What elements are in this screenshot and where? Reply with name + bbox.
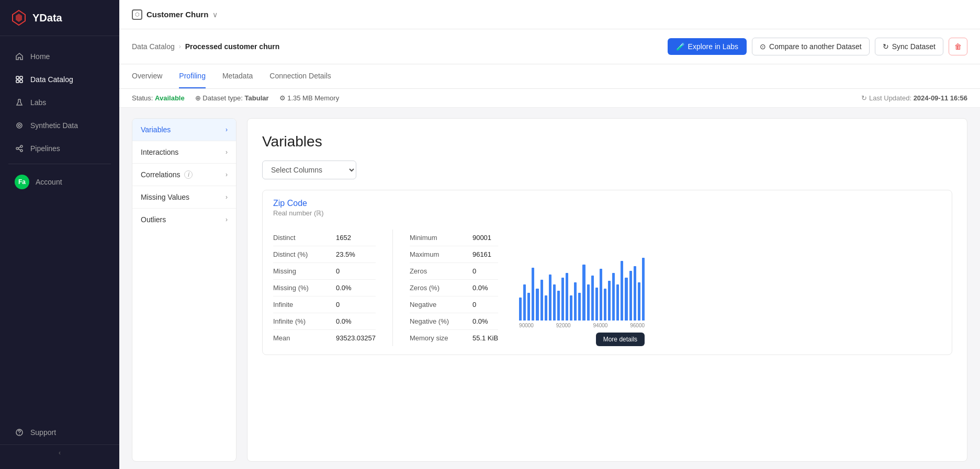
panel-item-outliers[interactable]: Outliers ›: [132, 209, 236, 231]
last-updated-text: ↻ Last Updated: 2024-09-11 16:56: [861, 94, 967, 102]
data-catalog-icon: [15, 75, 24, 84]
chevron-right-icon-outliers: ›: [226, 216, 228, 223]
tab-metadata[interactable]: Metadata: [222, 64, 253, 88]
stat-row: Distinct (%)23.5%: [273, 246, 376, 263]
variable-card-zip-code: Zip Code Real number (ℝ) Distinct1652Dis…: [262, 190, 952, 355]
header-actions: 🧪 Explore in Labs ⊙ Compare to another D…: [668, 38, 967, 55]
sidebar: YData Home Data Catalog Labs Synthetic D…: [0, 0, 119, 469]
stat-value: 55.1 KiB: [472, 334, 498, 342]
tab-overview[interactable]: Overview: [132, 64, 162, 88]
bar: [634, 266, 636, 321]
svg-point-11: [20, 150, 22, 152]
synthetic-data-icon: [15, 121, 24, 130]
stat-value: 0: [336, 267, 340, 275]
stat-label: Infinite: [273, 301, 336, 308]
svg-rect-5: [20, 80, 22, 83]
svg-point-9: [16, 147, 18, 150]
bar: [532, 268, 534, 321]
stat-label: Missing (%): [273, 284, 336, 292]
svg-point-15: [19, 434, 20, 435]
more-details-button[interactable]: More details: [596, 333, 645, 346]
stat-label: Negative (%): [410, 317, 472, 325]
status-available-badge: Available: [155, 94, 185, 102]
topbar-chevron-icon[interactable]: ∨: [212, 10, 218, 19]
explore-in-labs-button[interactable]: 🧪 Explore in Labs: [668, 38, 747, 55]
panel-item-interactions[interactable]: Interactions ›: [132, 141, 236, 164]
sidebar-item-account[interactable]: Fa Account: [4, 168, 115, 196]
chart-labels: 90000920009400096000: [519, 323, 645, 328]
breadcrumb-link[interactable]: Data Catalog: [132, 42, 175, 51]
collapse-button[interactable]: ‹: [0, 444, 119, 461]
svg-point-8: [18, 124, 20, 127]
chevron-right-icon: ›: [226, 126, 228, 133]
tab-profiling[interactable]: Profiling: [179, 64, 206, 88]
sidebar-item-synthetic-data[interactable]: Synthetic Data: [4, 115, 115, 136]
sidebar-item-label-data-catalog: Data Catalog: [30, 75, 73, 84]
svg-rect-2: [16, 76, 19, 79]
bar: [587, 284, 590, 321]
variables-title: Variables: [262, 133, 952, 150]
content-body: Variables › Interactions › Correlations …: [119, 108, 980, 469]
stat-label: Zeros (%): [410, 284, 472, 292]
sidebar-nav: Home Data Catalog Labs Synthetic Data Pi…: [0, 36, 119, 412]
panel-item-missing-values[interactable]: Missing Values ›: [132, 186, 236, 209]
bar: [616, 284, 619, 321]
panel-item-variables[interactable]: Variables ›: [132, 119, 236, 141]
sidebar-item-label-support: Support: [30, 428, 56, 437]
stat-row: Missing (%)0.0%: [273, 280, 376, 296]
stat-label: Distinct: [273, 234, 336, 242]
logo-area: YData: [0, 0, 119, 36]
support-icon: [15, 428, 24, 437]
sidebar-item-labs[interactable]: Labs: [4, 91, 115, 113]
variable-name[interactable]: Zip Code: [273, 199, 941, 208]
panel-item-correlations[interactable]: Correlations i ›: [132, 164, 236, 186]
stat-row: Minimum90001: [410, 230, 498, 246]
stat-value: 0: [472, 301, 476, 308]
pipelines-icon: [15, 144, 24, 153]
bar: [557, 291, 560, 321]
chart-label: 90000: [519, 323, 534, 328]
stat-value: 0.0%: [472, 317, 488, 325]
delete-dataset-button[interactable]: 🗑: [949, 38, 967, 55]
stat-value: 1652: [336, 234, 351, 242]
stat-label: Memory size: [410, 334, 472, 342]
stat-value: 0.0%: [472, 284, 488, 292]
svg-rect-3: [20, 76, 22, 79]
chevron-right-icon-correlations: ›: [226, 171, 228, 178]
tab-connection-details[interactable]: Connection Details: [269, 64, 331, 88]
stat-value: 93523.03257: [336, 334, 376, 342]
trash-icon: 🗑: [954, 42, 962, 51]
status-bar: Status: Available ⊕ Dataset type: Tabula…: [119, 89, 980, 108]
stat-value: 96161: [472, 250, 491, 258]
sidebar-item-support[interactable]: Support: [4, 421, 115, 443]
bar: [638, 282, 640, 321]
bar: [527, 293, 530, 321]
svg-line-12: [18, 147, 20, 148]
dataset-icon: ⬡: [132, 9, 142, 20]
select-columns-dropdown[interactable]: Select Columns: [262, 161, 356, 179]
sidebar-item-data-catalog[interactable]: Data Catalog: [4, 68, 115, 90]
info-icon-correlations: i: [184, 170, 193, 179]
bar: [621, 261, 623, 321]
sidebar-bottom: Support ‹: [0, 412, 119, 469]
stat-label: Maximum: [410, 250, 472, 258]
bar: [553, 284, 556, 321]
chevron-right-icon-missing-values: ›: [226, 193, 228, 201]
bar: [612, 273, 615, 321]
sidebar-item-pipelines[interactable]: Pipelines: [4, 138, 115, 159]
stats-left: Distinct1652Distinct (%)23.5%Missing0Mis…: [273, 230, 376, 346]
stat-row: Maximum96161: [410, 246, 498, 263]
stat-row: Negative (%)0.0%: [410, 313, 498, 330]
bar: [566, 273, 568, 321]
bar: [561, 278, 564, 321]
sync-dataset-button[interactable]: ↻ Sync Dataset: [875, 38, 943, 55]
compare-dataset-button[interactable]: ⊙ Compare to another Dataset: [752, 38, 870, 55]
sidebar-item-home[interactable]: Home: [4, 45, 115, 67]
left-panel: Variables › Interactions › Correlations …: [132, 118, 236, 462]
stats-divider: [392, 230, 393, 346]
right-panel: Variables Select Columns Zip Code Real n…: [247, 118, 967, 462]
stats-right: Minimum90001Maximum96161Zeros0Zeros (%)0…: [410, 230, 498, 346]
breadcrumb: Data Catalog › Processed customer churn: [132, 42, 279, 51]
content-area: Data Catalog › Processed customer churn …: [119, 29, 980, 469]
bar: [574, 282, 577, 321]
